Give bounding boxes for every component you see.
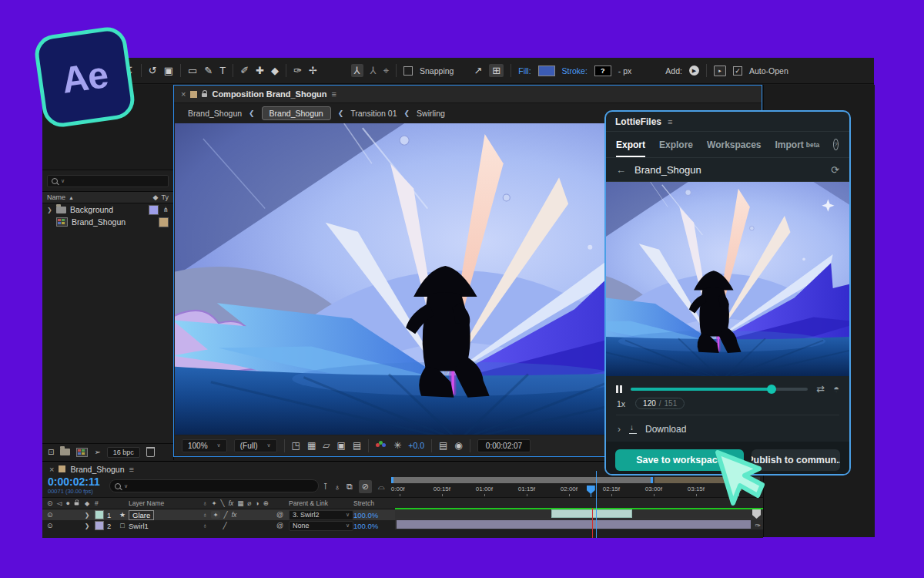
breadcrumb-item[interactable]: Brand_Shogun — [188, 109, 242, 118]
expand-chevron-icon[interactable]: › — [618, 424, 621, 435]
number-column-header[interactable]: # — [93, 499, 116, 507]
breadcrumb-item[interactable]: Swirling — [417, 109, 445, 118]
stroke-swatch[interactable]: ? — [594, 66, 611, 76]
current-time-display[interactable]: 0:00:02:11 00071 (30.00 fps) — [42, 476, 108, 497]
lock-icon[interactable] — [202, 93, 207, 97]
tab-workspaces[interactable]: Workspaces — [707, 132, 761, 157]
back-arrow-icon[interactable]: ← — [616, 164, 626, 176]
layer-color-swatch[interactable] — [95, 510, 104, 519]
shy-layers-icon[interactable]: ⧉ — [346, 482, 353, 492]
panel-menu-icon[interactable]: ≡ — [332, 89, 336, 99]
animation-preview[interactable] — [606, 182, 849, 376]
comp-button-icon[interactable]: ✑ — [755, 522, 761, 529]
snapshot-camera-icon[interactable]: ▤ — [439, 440, 447, 451]
timecode-value[interactable]: 0:00:02:11 — [48, 476, 108, 488]
fill-swatch[interactable] — [538, 66, 555, 76]
local-axis-mode-icon[interactable]: ⅄ — [351, 64, 363, 77]
magnification-dropdown[interactable]: 100% ∨ — [182, 439, 227, 452]
workspace-icon[interactable]: ▸ — [714, 66, 726, 76]
snap-line-icon[interactable]: ↗ — [474, 66, 482, 76]
quality-switch-icon[interactable]: ╱ — [223, 522, 226, 529]
mask-visibility-icon[interactable]: ▱ — [323, 440, 330, 451]
stretch-value[interactable]: 100.0% — [353, 511, 395, 519]
progress-slider[interactable] — [631, 384, 808, 394]
graph-editor-icon[interactable]: ⌓ — [378, 482, 385, 492]
parent-dropdown[interactable]: 3. Swirl2 ∨ — [289, 510, 353, 520]
project-item-label[interactable]: Brand_Shogun — [72, 217, 155, 227]
solo-column-icon[interactable]: ● — [65, 499, 69, 507]
type-tool-icon[interactable]: T — [219, 66, 226, 76]
timeline-search-input[interactable]: ∨ — [109, 479, 319, 492]
collapse-icon[interactable]: ✦ — [211, 499, 216, 507]
bit-depth-button[interactable]: 16 bpc — [107, 447, 140, 458]
download-label[interactable]: Download — [645, 424, 686, 435]
background-toggle-icon[interactable]: ◓ — [833, 383, 839, 395]
pickwhip-icon[interactable]: @ — [276, 511, 289, 519]
breadcrumb-item-active[interactable]: Brand_Shogun — [262, 106, 331, 120]
new-composition-icon[interactable] — [76, 448, 88, 457]
camera-tool-icon[interactable]: ▣ — [164, 66, 173, 76]
three-d-icon[interactable]: ⊕ — [263, 499, 269, 507]
tab-explore[interactable]: Explore — [659, 132, 693, 157]
anchor-switch-icon[interactable]: ♁ — [203, 522, 207, 529]
help-icon[interactable]: ? — [833, 139, 838, 150]
snap-features-icon[interactable]: ⊞ — [489, 64, 504, 77]
expander-chevron-icon[interactable]: ❯ — [81, 512, 93, 519]
fx-icon[interactable]: fx — [229, 499, 234, 507]
close-icon[interactable]: × — [49, 465, 54, 474]
roto-brush-tool-icon[interactable]: ✑ — [293, 66, 302, 76]
fx-switch-icon[interactable]: fx — [232, 511, 237, 519]
stretch-column-header[interactable]: Stretch — [353, 499, 395, 507]
playback-speed[interactable]: 1x — [617, 399, 625, 408]
name-column-header[interactable]: Name — [47, 193, 65, 201]
visibility-eye-icon[interactable]: ⊙ — [47, 522, 53, 529]
motion-blur-switch-icon[interactable]: ⌀ — [247, 499, 251, 507]
composition-mini-flowchart-icon[interactable]: ⊺ — [323, 482, 328, 492]
composition-tab-bar[interactable]: × Composition Brand_Shogun ≡ — [174, 86, 762, 103]
layer-name-column-header[interactable]: Layer Name — [129, 499, 203, 507]
view-axis-mode-icon[interactable]: ⌖ — [383, 66, 389, 76]
label-color-swatch[interactable] — [149, 205, 159, 215]
visibility-eye-icon[interactable]: ⊙ — [47, 511, 53, 519]
stretch-value[interactable]: 100.0% — [353, 522, 395, 530]
channel-icon[interactable] — [376, 441, 387, 450]
anchor-switch-icon[interactable]: ♁ — [203, 511, 207, 519]
motion-blur-icon[interactable]: ⊘ — [359, 480, 372, 493]
stroke-label[interactable]: Stroke: — [562, 66, 588, 76]
anchor-icon[interactable]: ♁ — [203, 499, 207, 507]
video-column-icon[interactable]: ⊙ — [47, 499, 53, 507]
slider-knob[interactable] — [767, 385, 776, 394]
clone-stamp-tool-icon[interactable]: ✚ — [256, 66, 264, 76]
preview-timecode[interactable]: 0:00:02:07 — [477, 439, 531, 452]
layer-name[interactable]: Swirl1 — [129, 522, 203, 530]
loop-icon[interactable]: ⇄ — [816, 383, 825, 395]
refresh-icon[interactable]: ⟳ — [831, 164, 839, 176]
label-color-swatch[interactable] — [159, 217, 169, 227]
project-item-label[interactable]: Background — [70, 205, 145, 214]
label-column-icon[interactable]: ◆ — [81, 500, 93, 507]
composition-tab-title[interactable]: Composition Brand_Shogun — [212, 89, 326, 99]
quality-icon[interactable]: ╲ — [221, 499, 225, 507]
work-area-bar[interactable] — [391, 477, 760, 483]
frame-blend-icon[interactable]: ▦ — [237, 499, 243, 507]
quality-switch-icon[interactable]: ╱ — [224, 511, 228, 519]
expander-chevron-icon[interactable]: ❯ — [47, 207, 52, 213]
tab-import[interactable]: Import beta — [775, 132, 820, 157]
exposure-value[interactable]: +0.0 — [408, 441, 424, 450]
timeline-tab-title[interactable]: Brand_Shogun — [70, 465, 124, 474]
renderer-icon[interactable]: ◉ — [454, 440, 462, 451]
project-item-brand-shogun[interactable]: Brand_Shogun — [42, 216, 173, 228]
expander-chevron-icon[interactable]: ❯ — [81, 523, 93, 529]
project-column-headers[interactable]: Name ▲ ◆ Ty — [42, 191, 173, 203]
fill-label[interactable]: Fill: — [518, 66, 531, 76]
breadcrumb-item[interactable]: Transition 01 — [350, 109, 397, 118]
parent-link-column-header[interactable]: Parent & Link — [289, 499, 353, 507]
add-play-icon[interactable]: ▶ — [689, 66, 699, 76]
region-of-interest-icon[interactable]: ▣ — [337, 440, 346, 451]
download-row[interactable]: › Download — [606, 417, 849, 442]
puppet-pin-tool-icon[interactable]: ✢ — [309, 66, 317, 76]
resolution-dropdown[interactable]: (Full) ∨ — [234, 439, 277, 452]
eraser-tool-icon[interactable]: ◆ — [271, 66, 279, 76]
project-settings-icon[interactable]: ➢ — [94, 448, 100, 456]
pause-button[interactable] — [616, 385, 622, 393]
